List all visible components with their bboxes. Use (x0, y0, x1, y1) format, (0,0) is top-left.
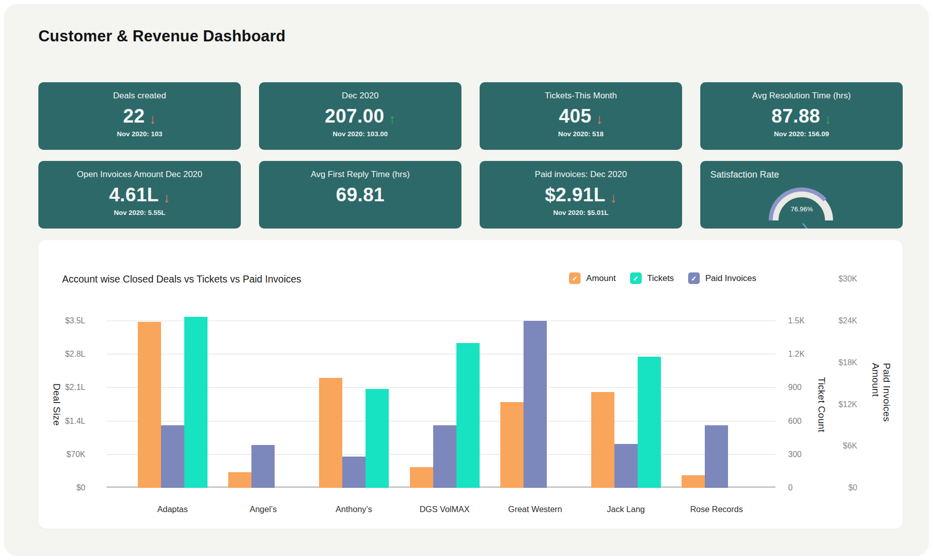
y-tick-ticket-count: 900 (788, 382, 818, 393)
gauge-needle (803, 223, 812, 229)
x-category-label: Rose Records (671, 505, 762, 514)
y-tick-deal-size: $2.8L (60, 349, 85, 359)
bar-paid-invoices-adaptas[interactable] (161, 425, 184, 488)
bar-tickets-anthonys[interactable] (366, 389, 389, 488)
kpi-card-title: Tickets-This Month (490, 91, 672, 101)
kpi-card-1[interactable]: Deals created22↓Nov 2020: 103 (38, 82, 241, 150)
dashboard-root: Customer & Revenue Dashboard Deals creat… (0, 0, 933, 560)
bar-amount-jacklang[interactable] (591, 392, 614, 488)
y-tick-deal-size: $2.1L (60, 382, 85, 393)
y-tick-paid-invoices: $18K (811, 358, 857, 368)
y-tick-paid-invoices: $24K (811, 316, 857, 326)
kpi-card-2[interactable]: Dec 2020207.00↑Nov 2020: 103.00 (259, 82, 461, 150)
y-tick-paid-invoices: $0 (811, 483, 857, 493)
trend-down-arrow-icon: ↓ (164, 190, 171, 206)
chart-panel: Account wise Closed Deals vs Tickets vs … (38, 240, 903, 529)
trend-down-arrow-icon: ↓ (596, 111, 603, 127)
kpi-subtitle: Nov 2020: 103 (48, 130, 231, 138)
kpi-card-title: Paid invoices: Dec 2020 (490, 170, 672, 180)
kpi-value-row: 22↓ (48, 105, 231, 127)
x-category-label: Great Western (490, 505, 581, 514)
kpi-value-row: 405↓ (490, 105, 672, 127)
kpi-card-title: Avg First Reply Time (hrs) (269, 170, 451, 180)
bar-tickets-adaptas[interactable] (184, 317, 208, 488)
bar-paid-invoices-roserecords[interactable] (705, 425, 728, 488)
kpi-value-row: 69.81 (269, 184, 451, 206)
bar-amount-adaptas[interactable] (138, 322, 161, 488)
x-category-label: DGS VolMAX (399, 505, 490, 514)
kpi-card-title: Open Invoices Amount Dec 2020 (48, 170, 231, 180)
kpi-subtitle: Nov 2020: $5.01L (490, 209, 672, 216)
kpi-subtitle: Nov 2020: 518 (490, 130, 672, 138)
gauge-value-label: 76.96% (790, 205, 813, 213)
kpi-card-5[interactable]: Open Invoices Amount Dec 20204.61L↓Nov 2… (38, 161, 241, 229)
legend-checkbox-icon: ✓ (630, 272, 642, 284)
legend-label: Paid Invoices (705, 273, 756, 284)
trend-down-arrow-icon: ↓ (610, 190, 617, 206)
bar-amount-angels[interactable] (228, 472, 251, 488)
kpi-card-4[interactable]: Avg Resolution Time (hrs)87.88↓Nov 2020:… (700, 82, 903, 150)
kpi-value: 87.88 (771, 105, 820, 127)
kpi-value-row: 4.61L↓ (48, 184, 231, 206)
y-tick-paid-invoices: $12K (811, 400, 857, 410)
y-tick-deal-size: $70K (60, 450, 85, 460)
trend-down-arrow-icon: ↓ (825, 111, 832, 127)
kpi-value: 22 (123, 105, 145, 127)
legend-item-amount[interactable]: ✓Amount (569, 272, 616, 284)
x-category-label: Jack Lang (581, 505, 671, 514)
kpi-card-8[interactable]: Satisfaction Rate76.96% (700, 161, 903, 229)
kpi-value: 207.00 (325, 105, 384, 127)
kpi-card-3[interactable]: Tickets-This Month405↓Nov 2020: 518 (480, 82, 682, 150)
bar-paid-invoices-dgsvolmax[interactable] (433, 425, 456, 488)
legend-checkbox-icon: ✓ (688, 272, 700, 284)
kpi-card-title: Dec 2020 (269, 91, 451, 101)
y-tick-deal-size: $3.5L (60, 316, 85, 326)
satisfaction-gauge: 76.96% (764, 179, 840, 229)
trend-down-arrow-icon: ↓ (149, 111, 157, 127)
kpi-value-row: $2.91L↓ (490, 184, 672, 206)
kpi-card-title: Satisfaction Rate (710, 170, 893, 180)
legend-checkbox-icon: ✓ (569, 272, 581, 284)
legend-label: Tickets (647, 273, 674, 284)
y-tick-paid-invoices: $30K (811, 274, 857, 284)
bar-tickets-jacklang[interactable] (638, 357, 661, 488)
kpi-value-row: 207.00↑ (269, 105, 451, 127)
kpi-value: 405 (559, 105, 591, 127)
legend-item-tickets[interactable]: ✓Tickets (630, 272, 674, 284)
kpi-value: 4.61L (109, 184, 159, 206)
bar-tickets-dgsvolmax[interactable] (456, 343, 480, 488)
plot-area: Deal Size Ticket Count Paid Invoices Amo… (107, 321, 775, 488)
bar-paid-invoices-greatwestern[interactable] (524, 321, 547, 488)
bar-amount-greatwestern[interactable] (500, 402, 524, 488)
kpi-card-title: Avg Resolution Time (hrs) (710, 91, 893, 101)
y-tick-paid-invoices: $6K (811, 441, 857, 451)
kpi-grid: Deals created22↓Nov 2020: 103Dec 2020207… (38, 82, 903, 229)
bar-amount-roserecords[interactable] (682, 475, 705, 488)
kpi-value: $2.91L (545, 184, 605, 206)
bar-amount-dgsvolmax[interactable] (410, 467, 433, 488)
bar-paid-invoices-anthonys[interactable] (342, 457, 366, 488)
kpi-card-7[interactable]: Paid invoices: Dec 2020$2.91L↓Nov 2020: … (480, 161, 682, 229)
y-tick-deal-size: $0 (60, 483, 85, 493)
page-title: Customer & Revenue Dashboard (38, 27, 286, 45)
kpi-subtitle: Nov 2020: 156.09 (710, 130, 893, 138)
x-category-label: Angel’s (218, 505, 309, 514)
legend-item-paid-invoices[interactable]: ✓Paid Invoices (688, 272, 756, 284)
kpi-subtitle: Nov 2020: 103.00 (269, 130, 451, 138)
x-category-label: Adaptas (127, 505, 218, 514)
kpi-card-title: Deals created (48, 91, 231, 101)
x-category-label: Anthony’s (308, 505, 399, 514)
chart-legend: ✓Amount✓Tickets✓Paid Invoices (569, 272, 756, 284)
y-tick-deal-size: $1.4L (60, 416, 85, 426)
bar-paid-invoices-angels[interactable] (251, 445, 275, 488)
kpi-card-6[interactable]: Avg First Reply Time (hrs)69.81 (259, 161, 461, 229)
kpi-value-row: 87.88↓ (710, 105, 893, 127)
bar-paid-invoices-jacklang[interactable] (614, 444, 638, 488)
bar-amount-anthonys[interactable] (319, 378, 342, 488)
y-tick-ticket-count: 600 (788, 416, 818, 426)
y-axis-title-paid-invoices: Paid Invoices Amount (870, 363, 892, 446)
chart-title: Account wise Closed Deals vs Tickets vs … (62, 273, 301, 285)
kpi-subtitle: Nov 2020: 5.55L (48, 209, 231, 216)
trend-up-arrow-icon: ↑ (389, 111, 396, 127)
legend-label: Amount (586, 273, 616, 284)
